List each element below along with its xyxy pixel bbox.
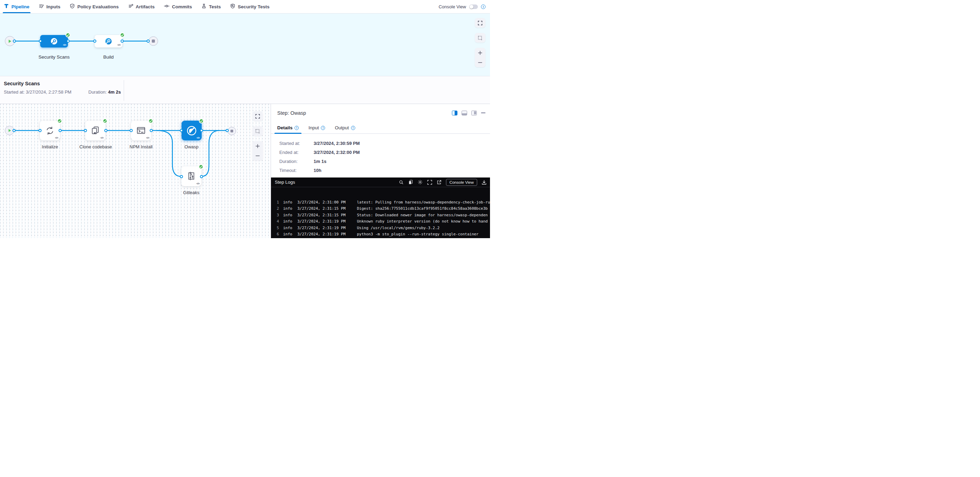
selection-box-icon bbox=[255, 129, 260, 134]
code-glyph: </> bbox=[118, 43, 121, 46]
stage-graph-canvas[interactable]: </> </> Security Scans Build bbox=[0, 14, 490, 76]
success-badge bbox=[57, 118, 62, 123]
tab-details[interactable]: Details i bbox=[277, 125, 299, 134]
tab-input-label: Input bbox=[309, 125, 319, 130]
layout-right-panel-button[interactable] bbox=[452, 110, 457, 115]
zoom-in-button[interactable] bbox=[252, 141, 263, 151]
selection-mode-button[interactable] bbox=[475, 33, 485, 43]
detail-row: Duration: 1m 1s bbox=[279, 159, 490, 164]
tab-security-tests-label: Security Tests bbox=[238, 4, 269, 10]
tab-inputs[interactable]: Inputs bbox=[39, 0, 60, 13]
selection-mode-button[interactable] bbox=[252, 126, 263, 136]
stage-label[interactable]: Build bbox=[103, 54, 114, 60]
step-graph-canvas[interactable]: </> </> </> bbox=[0, 104, 271, 238]
port bbox=[67, 40, 70, 43]
tab-security-tests[interactable]: Security Tests bbox=[230, 0, 269, 13]
log-search-button[interactable] bbox=[399, 180, 404, 185]
tab-pipeline[interactable]: Pipeline bbox=[4, 0, 29, 13]
stage-end-node[interactable] bbox=[228, 127, 236, 135]
port bbox=[13, 129, 16, 132]
fit-to-screen-button[interactable] bbox=[475, 18, 485, 28]
step-label[interactable]: Clone codebase bbox=[80, 144, 112, 149]
fit-to-screen-button[interactable] bbox=[252, 111, 263, 121]
log-line-number: 5 bbox=[273, 225, 279, 231]
log-fullscreen-button[interactable] bbox=[427, 180, 432, 185]
step-label[interactable]: NPM Install bbox=[130, 144, 153, 149]
flask-icon bbox=[201, 3, 207, 10]
tab-artifacts[interactable]: Artifacts bbox=[128, 0, 155, 13]
detail-label: Timeout: bbox=[279, 168, 313, 173]
log-message: Status: Downloaded newer image for harne… bbox=[357, 212, 490, 219]
layout-floating-panel-button[interactable] bbox=[471, 110, 477, 115]
step-details-table: Started at: 3/27/2024, 2:30:59 PM Ended … bbox=[271, 134, 490, 177]
log-line: 4 info 3/27/2024, 2:31:19 PM Unknown rub… bbox=[273, 219, 490, 225]
info-icon[interactable]: i bbox=[481, 5, 485, 9]
log-message: latest: Pulling from harness/owasp-depen… bbox=[357, 199, 490, 206]
input-info-icon[interactable]: i bbox=[321, 126, 325, 130]
log-line: 2 info 3/27/2024, 2:31:15 PM Digest: sha… bbox=[273, 206, 490, 212]
step-label[interactable]: Gitleaks bbox=[183, 190, 200, 195]
gitleaks-icon bbox=[186, 171, 196, 182]
step-node-clone-codebase[interactable]: </> bbox=[85, 121, 105, 140]
step-details-panel: Step: Owasp Details i Input i Output i bbox=[271, 104, 490, 238]
log-line-number: 4 bbox=[273, 219, 279, 225]
step-logs-panel: Step Logs bbox=[271, 177, 490, 238]
zoom-in-button[interactable] bbox=[475, 48, 485, 57]
console-view-toggle-label: Console View bbox=[439, 4, 466, 10]
port bbox=[38, 129, 41, 132]
step-node-initialize[interactable]: </> bbox=[40, 121, 60, 140]
tab-policy-evaluations[interactable]: Policy Evaluations bbox=[70, 0, 119, 13]
log-copy-button[interactable] bbox=[408, 180, 413, 185]
console-view-toggle[interactable] bbox=[469, 5, 478, 9]
clone-codebase-icon bbox=[90, 126, 100, 136]
layout-bottom-panel-button[interactable] bbox=[461, 110, 467, 115]
port bbox=[130, 129, 133, 132]
success-badge bbox=[199, 118, 204, 123]
search-icon bbox=[399, 180, 404, 185]
log-level: info bbox=[283, 219, 298, 225]
success-badge bbox=[120, 33, 125, 37]
pipeline-icon bbox=[4, 3, 9, 10]
tab-output[interactable]: Output i bbox=[335, 125, 355, 134]
tab-policy-evaluations-label: Policy Evaluations bbox=[77, 4, 119, 10]
port bbox=[180, 129, 183, 132]
stage-edges bbox=[0, 14, 263, 76]
detail-label: Started at: bbox=[279, 141, 313, 146]
port bbox=[93, 40, 96, 43]
minimize-panel-button[interactable] bbox=[481, 112, 485, 113]
success-badge bbox=[199, 164, 204, 169]
tab-tests[interactable]: Tests bbox=[201, 0, 221, 13]
stage-label[interactable]: Security Scans bbox=[38, 54, 70, 60]
success-badge bbox=[103, 118, 107, 123]
zoom-out-button[interactable] bbox=[252, 151, 263, 161]
log-download-button[interactable] bbox=[482, 180, 487, 185]
tab-commits[interactable]: Commits bbox=[164, 0, 192, 13]
log-open-in-new-button[interactable] bbox=[437, 180, 441, 185]
stage-node-security-scans[interactable]: </> bbox=[40, 35, 68, 48]
success-badge bbox=[148, 118, 153, 123]
detail-label: Duration: bbox=[279, 159, 313, 164]
gear-icon bbox=[418, 180, 423, 185]
step-node-gitleaks[interactable]: </> bbox=[181, 166, 201, 186]
log-settings-button[interactable] bbox=[418, 180, 423, 185]
stage-node-build[interactable]: </> bbox=[95, 35, 123, 48]
step-panel-title: Step: Owasp bbox=[277, 110, 306, 116]
console-view-button[interactable]: Console View bbox=[446, 179, 477, 186]
log-level: info bbox=[283, 225, 298, 231]
stop-icon bbox=[152, 40, 155, 43]
details-info-icon[interactable]: i bbox=[294, 126, 299, 130]
step-node-owasp[interactable]: </> bbox=[181, 121, 202, 140]
detail-row: Started at: 3/27/2024, 2:30:59 PM bbox=[279, 141, 490, 146]
code-glyph: </> bbox=[196, 136, 200, 139]
pipeline-end-node[interactable] bbox=[149, 37, 158, 46]
step-logs-body[interactable]: 1 info 3/27/2024, 2:31:00 PM latest: Pul… bbox=[271, 187, 490, 238]
step-label[interactable]: Initialize bbox=[42, 144, 58, 149]
stage-info-title: Security Scans bbox=[4, 81, 490, 86]
tab-input[interactable]: Input i bbox=[309, 125, 325, 134]
step-logs-header: Step Logs bbox=[271, 177, 490, 187]
detail-row: Ended at: 3/27/2024, 2:32:00 PM bbox=[279, 150, 490, 155]
zoom-out-button[interactable] bbox=[475, 57, 485, 67]
output-info-icon[interactable]: i bbox=[351, 126, 355, 130]
step-node-npm-install[interactable]: </> bbox=[131, 121, 151, 140]
step-label[interactable]: Owasp bbox=[185, 144, 198, 149]
